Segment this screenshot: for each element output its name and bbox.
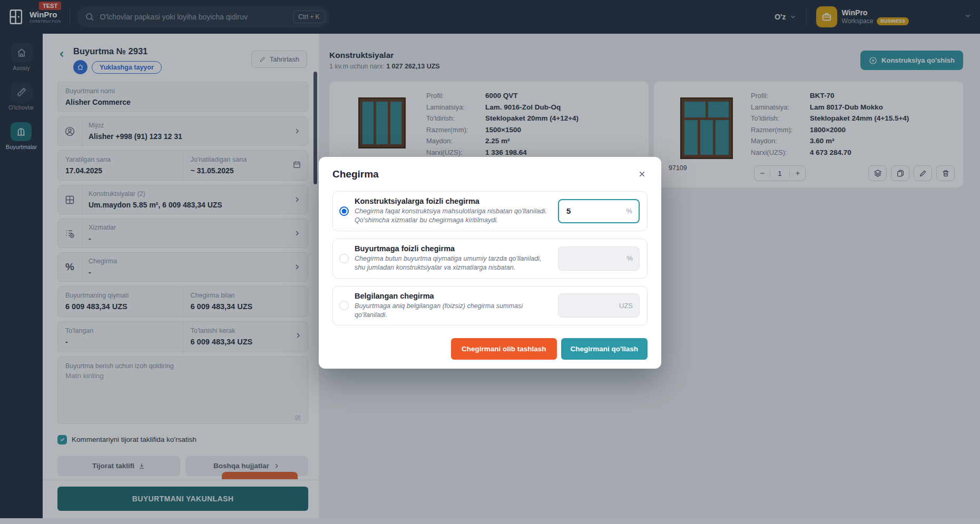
order-discount-input[interactable]: [565, 253, 623, 263]
discount-percent-input-wrap: %: [558, 199, 640, 223]
input-suffix: %: [626, 254, 633, 262]
close-icon[interactable]: [636, 169, 648, 182]
radio-icon[interactable]: [339, 301, 349, 310]
radio-selected-icon[interactable]: [339, 206, 349, 216]
fixed-discount-input[interactable]: [565, 301, 616, 311]
discount-option-order-percent[interactable]: Buyurtmaga foizli chegirma Chegirma butu…: [332, 239, 648, 279]
input-suffix: UZS: [619, 302, 633, 310]
construction-discount-input[interactable]: [565, 206, 623, 216]
remove-discount-button[interactable]: Chegirmani olib tashlash: [451, 338, 557, 360]
modal-title: Chegirma: [332, 169, 379, 180]
radio-icon[interactable]: [339, 254, 349, 263]
app-screen: WinPro CONSTRUCTION TEST Ctrl + K O'z: [0, 0, 980, 524]
discount-option-constructions[interactable]: Konstruktsiyalarga foizli chegirma Chegi…: [332, 191, 648, 231]
discount-modal: Chegirma Konstruktsiyalarga foizli chegi…: [319, 157, 661, 369]
input-suffix: %: [626, 207, 632, 215]
discount-option-fixed[interactable]: Belgilangan chegirma Buyurtmaga aniq bel…: [332, 286, 648, 326]
order-percent-input-wrap: %: [558, 246, 640, 271]
fixed-discount-input-wrap: UZS: [558, 293, 640, 318]
apply-discount-button[interactable]: Chegirmani qo'llash: [561, 338, 648, 360]
